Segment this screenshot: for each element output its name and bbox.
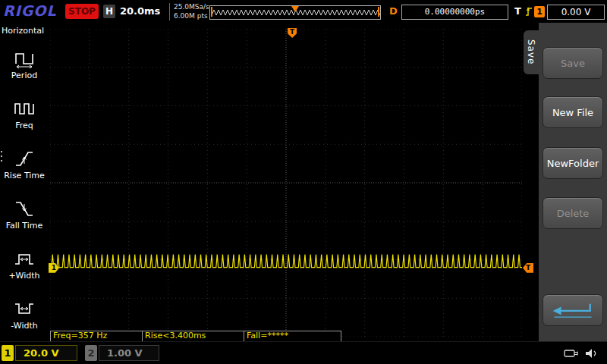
sidebar-item-label: Fall Time: [6, 221, 43, 231]
ch1-waveform: [50, 29, 522, 337]
sidebar-item-label: -Width: [11, 321, 37, 331]
save-button[interactable]: Save: [543, 47, 603, 79]
return-button[interactable]: [543, 294, 603, 326]
measurement-rise: Rise<3.400ms: [142, 331, 244, 342]
sidebar-item-rise-time[interactable]: Rise Time: [0, 148, 49, 180]
new-folder-button[interactable]: NewFolder: [543, 147, 603, 179]
position-right-bracket: [378, 7, 379, 17]
measurement-freq: Freq=357 Hz: [50, 331, 143, 342]
ch2-chip[interactable]: 2: [85, 345, 97, 361]
return-arrow-icon: [550, 300, 596, 321]
sidebar-item-label: Rise Time: [4, 171, 45, 180]
channel-status-bar: 1 20.0 V 2 1.00 V: [0, 341, 607, 364]
sample-rate: 25.0MSa/s: [174, 3, 209, 12]
oscilloscope-screen: RIGOL STOP H 20.0ms 25.0MSa/s 6.00M pts …: [0, 0, 607, 364]
rise-time-icon: [14, 148, 35, 169]
sidebar-item-label: Freq: [15, 121, 33, 130]
timebase-value: 20.0ms: [120, 5, 160, 17]
measurement-fall: Fall=*****: [244, 331, 341, 342]
ch1-scale[interactable]: 20.0 V: [15, 345, 77, 361]
memory-depth: 6.00M pts: [174, 12, 209, 21]
rigol-logo: RIGOL: [3, 2, 57, 19]
delete-button[interactable]: Delete: [543, 197, 603, 229]
trigger-level-value: 0.00 V: [547, 5, 605, 20]
delay-label: D: [389, 5, 398, 17]
trigger-source-chip: 1: [534, 6, 545, 17]
sidebar-item-label: +Width: [8, 271, 39, 281]
period-icon: [14, 48, 35, 69]
position-left-bracket: [211, 7, 212, 17]
top-status-bar: RIGOL STOP H 20.0ms 25.0MSa/s 6.00M pts …: [0, 0, 607, 23]
plus-width-icon: [14, 248, 35, 269]
softkey-panel: Save New File NewFolder Delete: [539, 23, 607, 341]
new-file-button[interactable]: New File: [543, 96, 603, 128]
measure-menu-items: Period Freq Rise Time: [0, 39, 49, 339]
sidebar-item-fall-time[interactable]: Fall Time: [0, 198, 49, 231]
acquisition-info: 25.0MSa/s 6.00M pts: [169, 3, 209, 20]
run-stop-indicator[interactable]: STOP: [65, 4, 99, 19]
trigger-level-marker[interactable]: T: [523, 263, 533, 273]
delay-value: 0.00000000ps: [401, 5, 508, 20]
waveform-display: T 1 T Freq=357 Hz Rise<3.400ms Fall=****…: [50, 29, 522, 337]
sidebar-item-minus-width[interactable]: -Width: [0, 298, 49, 331]
sidebar-item-freq[interactable]: Freq: [0, 98, 49, 130]
waveform-position-bar[interactable]: [209, 5, 381, 20]
ch1-chip[interactable]: 1: [2, 345, 14, 361]
measure-category-title: Horizontal: [0, 24, 49, 38]
speaker-icon[interactable]: [584, 347, 601, 360]
sidebar-item-period[interactable]: Period: [0, 48, 49, 80]
horizontal-label: H: [103, 5, 115, 18]
minus-width-icon: [14, 298, 35, 319]
fall-time-icon: [14, 198, 35, 219]
sidebar-item-plus-width[interactable]: +Width: [0, 248, 49, 281]
trigger-label: T: [514, 5, 521, 17]
save-menu-tab[interactable]: Save: [524, 30, 539, 74]
sidebar-item-label: Period: [11, 71, 37, 80]
ch2-scale[interactable]: 1.00 V: [99, 345, 159, 361]
usb-icon: [563, 347, 581, 360]
measure-sidebar: Horizontal Period Freq: [0, 24, 49, 340]
freq-icon: [14, 98, 35, 119]
trigger-edge-icon: [524, 5, 533, 17]
